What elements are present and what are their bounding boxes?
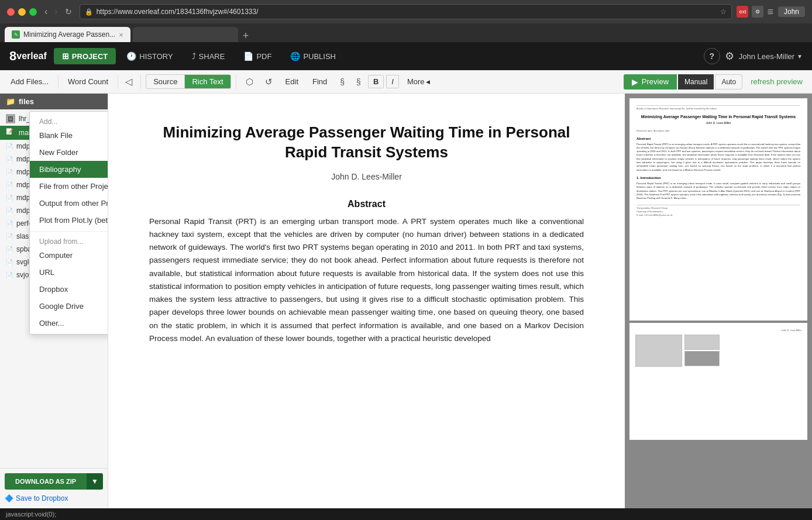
preview-received: Received: date / Accepted: date <box>636 129 800 133</box>
dropbox-icon: 🔷 <box>5 494 13 502</box>
file-icon-4: 📄 <box>6 156 13 163</box>
preview-page-2: John D. Lees-Miller <box>629 323 807 440</box>
preview-doc-title: Minimizing Average Passenger Waiting Tim… <box>636 114 800 119</box>
pdf-nav-button[interactable]: 📄 PDF <box>235 48 280 64</box>
preview-abstract-heading: Abstract <box>636 136 800 142</box>
preview-page-1: Annals of Operations Research manuscript… <box>629 98 807 321</box>
history-icon: 🕐 <box>126 51 136 61</box>
dropdown-computer[interactable]: Computer <box>30 247 108 264</box>
edit-button[interactable]: Edit <box>280 75 304 88</box>
file-icon-3: 📄 <box>6 143 13 150</box>
manual-mode-button[interactable]: Manual <box>678 74 714 89</box>
back-button[interactable]: ‹ <box>42 5 50 18</box>
top-nav: 8 verleaf ⊞ PROJECT 🕐 HISTORY ⤴ SHARE 📄 … <box>0 42 812 70</box>
dropdown-bibliography[interactable]: Bibliography <box>30 161 108 178</box>
dropdown-file-from-project[interactable]: File from other Project <box>30 178 108 195</box>
auto-mode-button[interactable]: Auto <box>715 74 742 89</box>
project-nav-button[interactable]: ⊞ PROJECT <box>54 48 116 64</box>
preview-section-1-text: Personal Rapid Transit (PRT) is an emerg… <box>636 182 800 200</box>
document-title: Minimizing Average Passenger Waiting Tim… <box>149 123 584 163</box>
dropdown-url[interactable]: URL <box>30 264 108 281</box>
file-image-icon: 🖼 <box>6 114 15 123</box>
settings-button[interactable]: ⚙ <box>725 50 734 63</box>
file-icon-6: 📄 <box>6 182 13 188</box>
word-count-button[interactable]: Word Count <box>62 75 114 88</box>
tab-close-icon[interactable]: × <box>119 30 123 39</box>
address-bar[interactable]: 🔒 https://www.overleaf.com/1834136fhvjzw… <box>80 4 732 19</box>
history-nav-button[interactable]: 🕐 HISTORY <box>118 48 181 64</box>
tab-bar: ✎ Minimizing Average Passen... × + <box>0 23 812 42</box>
file-icon-12: 📄 <box>6 259 13 266</box>
publish-nav-button[interactable]: 🌐 PUBLISH <box>282 48 344 64</box>
more-button[interactable]: More ◀ <box>401 75 436 88</box>
sidebar-bottom: DOWNLOAD AS ZIP ▼ 🔷 Save to Dropbox <box>0 468 108 508</box>
refresh-preview-button[interactable]: refresh preview <box>746 75 807 88</box>
status-text: javascript:void(0); <box>6 511 56 518</box>
dropdown-new-folder[interactable]: New Folder <box>30 144 108 161</box>
find-button[interactable]: Find <box>307 75 333 88</box>
new-tab-button[interactable]: + <box>238 30 254 42</box>
dropdown-blank-file[interactable]: Blank File <box>30 127 108 144</box>
save-to-dropbox-button[interactable]: 🔷 Save to Dropbox <box>5 493 103 504</box>
maximize-btn[interactable] <box>29 8 37 16</box>
abstract-heading: Abstract <box>149 199 584 209</box>
url-text: https://www.overleaf.com/1834136fhvjzw#/… <box>97 8 259 16</box>
logo-8: 8 <box>9 49 16 64</box>
preview-content-2: John D. Lees-Miller <box>629 323 807 375</box>
download-zip-button[interactable]: DOWNLOAD AS ZIP <box>5 473 87 490</box>
preview-image-3 <box>684 351 720 366</box>
download-arrow-button[interactable]: ▼ <box>87 473 103 490</box>
file-icon-11: 📄 <box>6 246 13 253</box>
sidebar-header-label: files <box>19 97 34 106</box>
insert-figure-button[interactable]: ⬡ <box>241 74 258 89</box>
folder-icon: 📁 <box>6 97 15 106</box>
section-button[interactable]: § <box>335 75 349 89</box>
history-restore-button[interactable]: ↺ <box>260 74 277 89</box>
collapse-sidebar-button[interactable]: ◁ <box>122 75 136 88</box>
dropdown-divider <box>30 231 108 232</box>
share-nav-button[interactable]: ⤴ SHARE <box>184 48 233 64</box>
preview-button[interactable]: ▶ Preview <box>624 74 677 89</box>
browser-window-buttons <box>7 8 37 16</box>
overleaf-logo: 8 verleaf <box>9 49 47 64</box>
close-btn[interactable] <box>7 8 15 16</box>
source-button[interactable]: Source <box>146 75 185 88</box>
tab-title: Minimizing Average Passen... <box>23 30 115 39</box>
rich-text-button[interactable]: Rich Text <box>185 75 230 88</box>
dropdown-dropbox[interactable]: Dropbox <box>30 281 108 298</box>
file-icon-13: 📄 <box>6 272 13 278</box>
file-tex-icon: 📝 <box>6 128 15 137</box>
user-menu-button[interactable]: John Lees-Miller ▼ <box>739 52 803 61</box>
share-icon: ⤴ <box>192 51 196 61</box>
add-files-button[interactable]: Add Files... <box>5 75 54 88</box>
preview-doc-author: John D. Lees-Miller <box>636 121 800 126</box>
forward-button[interactable]: › <box>51 5 60 18</box>
minimize-btn[interactable] <box>18 8 26 16</box>
lock-icon: 🔒 <box>85 8 93 16</box>
profile-button[interactable]: John <box>778 6 805 17</box>
download-group: DOWNLOAD AS ZIP ▼ <box>5 473 103 490</box>
dropdown-other[interactable]: Other... <box>30 315 108 332</box>
pdf-icon: 📄 <box>243 51 253 61</box>
reload-button[interactable]: ↻ <box>62 5 75 18</box>
subsection-button[interactable]: § <box>352 75 366 89</box>
preview-section-1-heading: 1. Introduction <box>636 175 800 181</box>
dropdown-plot-from-plotly[interactable]: Plot from Plot.ly (beta) <box>30 212 108 229</box>
nav-right: ? ⚙ John Lees-Miller ▼ <box>704 48 803 64</box>
help-button[interactable]: ? <box>704 48 720 64</box>
dropdown-output-from-project[interactable]: Output from other Project <box>30 195 108 212</box>
menu-icon[interactable]: ≡ <box>767 6 773 18</box>
italic-button[interactable]: I <box>386 75 399 88</box>
preview-image-2 <box>684 335 720 350</box>
file-icon-5: 📄 <box>6 169 13 175</box>
extension-icon: ext <box>737 6 748 18</box>
project-nav-label: PROJECT <box>72 52 108 61</box>
dropdown-google-drive[interactable]: Google Drive <box>30 298 108 315</box>
editor-area[interactable]: Minimizing Average Passenger Waiting Tim… <box>108 94 625 508</box>
extension-icon-2: ⚙ <box>752 6 763 18</box>
app: 8 verleaf ⊞ PROJECT 🕐 HISTORY ⤴ SHARE 📄 … <box>0 42 812 520</box>
publish-label: PUBLISH <box>303 52 336 61</box>
dropdown-menu: Add... Blank File New Folder Bibliograph… <box>29 111 108 335</box>
active-tab[interactable]: ✎ Minimizing Average Passen... × <box>5 27 130 42</box>
bold-button[interactable]: B <box>368 75 384 88</box>
